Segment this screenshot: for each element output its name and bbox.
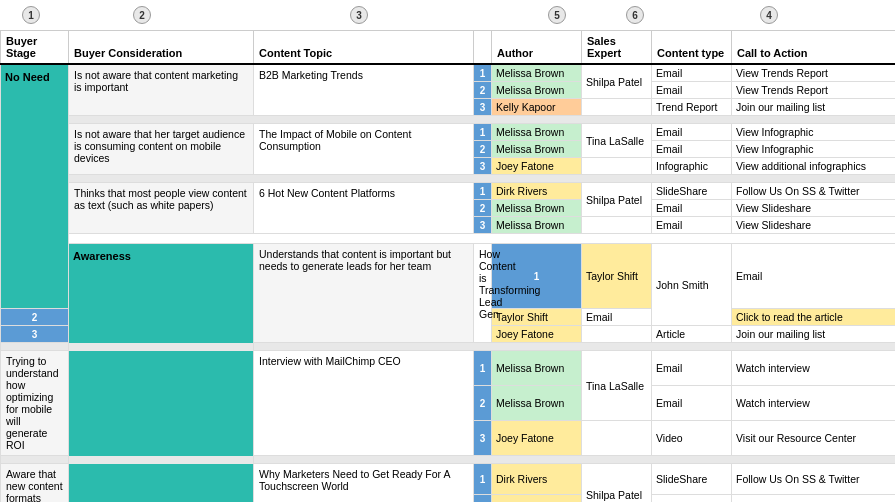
author-cell: Melissa Brown [492,141,582,158]
spacer-row [1,343,896,351]
author-cell: Kelly Kapoor [492,99,582,116]
ctype-cell: Email [652,495,732,503]
cta-cell: Join our mailing list [732,99,896,116]
ctype-cell: Email [652,217,732,234]
circle-2: 2 [133,6,151,24]
num-cell: 1 [492,244,582,309]
circle-6: 6 [626,6,644,24]
cta-cell: Follow Us On SS & Twitter [732,464,896,495]
author-cell: Melissa Brown [492,200,582,217]
circle-5: 5 [548,6,566,24]
author-cell: Melissa Brown [492,386,582,421]
cta-cell: View Infographic [732,141,896,158]
ctype-cell: SlideShare [652,464,732,495]
expert-cell-empty [582,99,652,116]
expert-cell: Tina LaSalle [582,124,652,158]
ctype-cell: Email [582,309,652,326]
cta-cell: View Trends Report [732,82,896,99]
ctype-cell: Email [652,351,732,386]
author-cell: Joey Fatone [492,158,582,175]
header-topic: Content Topic [254,31,474,65]
cta-cell: Watch interview [732,386,896,421]
ctype-cell: Trend Report [652,99,732,116]
expert-cell-empty [582,421,652,456]
cta-cell: Click to read the article [732,309,896,326]
ctype-cell: Email [652,141,732,158]
expert-cell: Shilpa Patel [582,464,652,503]
author-cell: Joey Fatone [492,421,582,456]
expert-cell: John Smith [652,244,732,326]
ctype-cell: SlideShare [652,183,732,200]
num-cell: 1 [474,464,492,495]
num-cell: 2 [474,386,492,421]
num-cell: 3 [474,158,492,175]
header-ctype: Content type [652,31,732,65]
table-row: No NeedIs not aware that content marketi… [1,64,896,82]
num-cell: 1 [474,124,492,141]
num-cell: 1 [474,351,492,386]
topic-cell: B2B Marketing Trends [254,64,474,116]
cta-cell: View Trends Report [732,64,896,82]
num-cell: 1 [474,64,492,82]
num-cell: 2 [474,82,492,99]
header-stage: Buyer Stage [1,31,69,65]
topic-cell: 6 Hot New Content Platforms [254,183,474,234]
author-cell: Melissa Brown [492,64,582,82]
ctype-cell: Email [732,244,896,309]
num-cell: 3 [474,99,492,116]
cta-cell: View Slideshare [732,495,896,503]
consideration-cell: Trying to understand how optimizing for … [1,351,69,456]
topic-cell: How Content is Transforming Lead Gen [474,244,492,343]
author-cell: Melissa Brown [492,124,582,141]
ctype-cell: Email [652,64,732,82]
expert-cell: Tina LaSalle [582,351,652,421]
circle-4: 4 [760,6,778,24]
topic-cell: Why Marketers Need to Get Ready For A To… [254,464,474,503]
stage-cell: No Need [1,64,69,309]
cta-cell: View Infographic [732,124,896,141]
expert-cell: Shilpa Patel [582,183,652,217]
table-row: Is not aware that her target audience is… [1,124,896,141]
consideration-cell: Is not aware that content marketing is i… [69,64,254,116]
cta-cell: Follow Us On SS & Twitter [732,183,896,200]
ctype-cell: Email [652,200,732,217]
header-expert: Sales Expert [582,31,652,65]
ctype-cell: Infographic [652,158,732,175]
num-cell: 2 [474,141,492,158]
consideration-cell: Is not aware that her target audience is… [69,124,254,175]
table-header: Buyer Stage Buyer Consideration Content … [1,31,896,65]
spacer-row [1,116,896,124]
header-consideration: Buyer Consideration [69,31,254,65]
num-cell: 2 [474,495,492,503]
expert-cell-empty [582,158,652,175]
table-row: Thinks that most people view content as … [1,183,896,200]
author-cell: Dirk Rivers [492,183,582,200]
author-cell: Melissa Brown [492,217,582,234]
author-cell: Melissa Brown [492,82,582,99]
expert-cell-empty [582,217,652,234]
num-cell: 3 [1,326,69,343]
num-cell: 2 [1,309,69,326]
expert-cell-empty [582,326,652,343]
cta-cell: Watch interview [732,351,896,386]
consideration-cell: Aware that new content formats exist, no… [1,464,69,503]
ctype-cell: Email [652,124,732,141]
cta-cell: Visit our Resource Center [732,421,896,456]
cta-cell: View Slideshare [732,200,896,217]
author-cell: Joey Fatone [492,326,582,343]
header-num-blank [474,31,492,65]
topic-cell: The Impact of Mobile on Content Consumpt… [254,124,474,175]
spacer-row [1,175,896,183]
circle-1: 1 [22,6,40,24]
ctype-cell: Article [652,326,732,343]
table-row: AwarenessUnderstands that content is imp… [1,244,896,309]
num-cell: 3 [474,217,492,234]
topic-cell: Interview with MailChimp CEO [254,351,474,456]
consideration-cell: Understands that content is important bu… [254,244,474,343]
author-cell: Taylor Shift [582,244,652,309]
content-table: Buyer Stage Buyer Consideration Content … [0,30,895,502]
header-cta: Call to Action [732,31,896,65]
group-spacer-row [1,234,896,244]
circle-3: 3 [350,6,368,24]
num-cell: 2 [474,200,492,217]
